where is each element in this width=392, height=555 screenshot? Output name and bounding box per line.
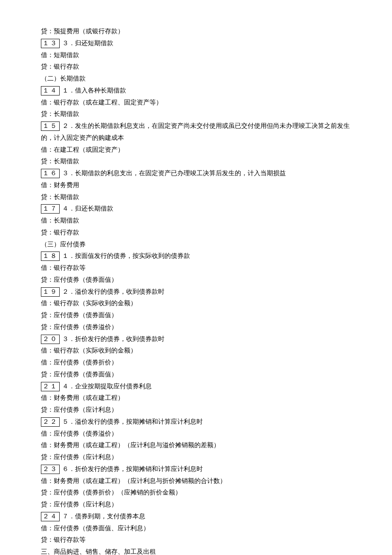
line-text: ４．归还长期借款: [62, 205, 113, 212]
line-text: 贷：应付债券（应计利息）: [41, 454, 118, 460]
line-text: 借：在建工程（或固定资产）: [41, 146, 124, 153]
line-text: ７．债券到期，支付债券本息: [62, 513, 145, 520]
text-line: ２０３．折价发行的债券，收到债券款时: [41, 333, 351, 345]
line-text: 借：长期借款: [41, 217, 79, 224]
text-line: 贷：应付债券（债券面值）: [41, 309, 351, 321]
text-line: 借：银行存款（实际收到的金额）: [41, 345, 351, 357]
line-text: ３．折价发行的债券，收到债券款时: [62, 335, 164, 342]
text-line: 贷：银行存款: [41, 227, 351, 239]
line-text: 贷：应付债券（债券面值）: [41, 371, 118, 378]
line-text: 贷：银行存款: [41, 229, 79, 236]
line-text: 贷：应付债券（债券面值）: [41, 276, 118, 283]
line-text: １．按面值发行的债券，按实际收到的债券款: [62, 252, 190, 259]
text-line: 贷：应付债券（债券溢价）: [41, 321, 351, 333]
document-page: 贷：预提费用（或银行存款）１３３．归还短期借款借：短期借款贷：银行存款（二）长期…: [0, 0, 392, 555]
text-line: ２３６．折价发行的债券，按期摊销和计算应计利息时: [41, 463, 351, 475]
line-text: 借：财务费用（或在建工程）（应计利息与溢价摊销额的差额）: [41, 442, 220, 448]
text-line: １８１．按面值发行的债券，按实际收到的债券款: [41, 250, 351, 262]
line-text: 借：应付债券（债券溢价）: [41, 430, 118, 437]
text-line: １９２．溢价发行的债券，收到债券款时: [41, 286, 351, 298]
text-line: 贷：长期借款: [41, 108, 351, 120]
text-line: 贷：应付债券（债券面值）: [41, 274, 351, 286]
text-line: 贷：长期借款: [41, 156, 351, 168]
text-line: 借：在建工程（或固定资产）: [41, 144, 351, 156]
line-text: 贷：应付债券（应计利息）: [41, 406, 118, 413]
line-text: ３．长期借款的利息支出，在固定资产已办理竣工决算后发生的，计入当期损益: [62, 170, 286, 176]
line-number-box: ２２: [41, 417, 60, 427]
line-text: ３．归还短期借款: [62, 40, 113, 46]
line-text: 借：财务费用: [41, 182, 79, 188]
line-number-box: １６: [41, 169, 60, 178]
line-text: 借：应付债券（债券面值、应计利息）: [41, 525, 150, 532]
text-line: 借：长期借款: [41, 215, 351, 227]
text-line: （二）长期借款: [41, 73, 351, 85]
text-line: 借：财务费用（或在建工程）: [41, 392, 351, 404]
text-line: 借：应付债券（债券折价）: [41, 357, 351, 369]
text-line: １４１．借入各种长期借款: [41, 85, 351, 97]
line-text: 借：财务费用（或在建工程）（应计利息与折价摊销额的合计数）: [41, 477, 226, 484]
line-text: 贷：应付债券（债券面值）: [41, 312, 118, 318]
line-text: ４．企业按期提取应付债券利息: [62, 383, 152, 390]
line-number-box: １３: [41, 39, 60, 48]
text-line: 借：短期借款: [41, 49, 351, 61]
text-line: （三）应付债券: [41, 239, 351, 251]
text-line: 贷：应付债券（债券面值）: [41, 369, 351, 381]
text-line: １５２．发生的长期借款利息支出，在固定资产尚未交付使用或虽已交付使用但尚未办理竣…: [41, 120, 351, 144]
text-line: 贷：应付债券（应计利息）: [41, 451, 351, 463]
line-text: 贷：长期借款: [41, 158, 79, 165]
text-line: 贷：银行存款等: [41, 534, 351, 546]
line-text: 贷：应付债券（债券折价）（应摊销的折价金额）: [41, 489, 182, 496]
line-text: １．借入各种长期借款: [62, 87, 126, 94]
line-text: 借：银行存款（实际收到的金额）: [41, 300, 137, 306]
text-line: １７４．归还长期借款: [41, 203, 351, 215]
text-line: ２１４．企业按期提取应付债券利息: [41, 381, 351, 393]
line-text: 借：银行存款等: [41, 264, 86, 271]
text-line: 借：财务费用（或在建工程）（应计利息与折价摊销额的合计数）: [41, 475, 351, 487]
line-text: 贷：长期借款: [41, 110, 79, 117]
text-line: 贷：银行存款: [41, 61, 351, 73]
text-line: 贷：应付债券（应计利息）: [41, 404, 351, 416]
line-text: 借：财务费用（或在建工程）: [41, 394, 124, 401]
line-text: 三、商品购进、销售、储存、加工及出租: [41, 548, 156, 555]
line-text: 贷：预提费用（或银行存款）: [41, 28, 124, 35]
line-text: 借：短期借款: [41, 52, 79, 58]
line-text: ５．溢价发行的债券，按期摊销和计算应计利息时: [62, 418, 203, 425]
text-line: 借：财务费用: [41, 179, 351, 191]
line-text: 贷：应付债券（应计利息）: [41, 501, 118, 508]
text-line: 贷：应付债券（应计利息）: [41, 499, 351, 511]
text-line: 借：应付债券（债券溢价）: [41, 428, 351, 440]
line-number-box: ２３: [41, 465, 60, 474]
line-text: ６．折价发行的债券，按期摊销和计算应计利息时: [62, 465, 203, 472]
text-line: 贷：应付债券（债券折价）（应摊销的折价金额）: [41, 487, 351, 499]
line-number-box: １９: [41, 287, 60, 297]
line-text: ２．发生的长期借款利息支出，在固定资产尚未交付使用或虽已交付使用但尚未办理竣工决…: [41, 122, 350, 141]
text-line: 借：银行存款（或在建工程、固定资产等）: [41, 97, 351, 109]
line-text: 贷：银行存款: [41, 63, 79, 70]
line-number-box: １４: [41, 86, 60, 95]
line-number-box: １７: [41, 204, 60, 214]
line-number-box: １５: [41, 121, 60, 131]
line-text: 贷：应付债券（债券溢价）: [41, 324, 118, 330]
line-text: （三）应付债券: [41, 241, 86, 248]
text-line: １６３．长期借款的利息支出，在固定资产已办理竣工决算后发生的，计入当期损益: [41, 168, 351, 179]
line-text: 借：应付债券（债券折价）: [41, 359, 118, 366]
text-line: 借：应付债券（债券面值、应计利息）: [41, 523, 351, 535]
text-line: 借：银行存款等: [41, 262, 351, 274]
line-number-box: ２４: [41, 512, 60, 521]
text-line: 贷：长期借款: [41, 191, 351, 203]
line-text: ２．溢价发行的债券，收到债券款时: [62, 288, 164, 295]
line-text: 借：银行存款（或在建工程、固定资产等）: [41, 99, 162, 106]
line-text: 贷：长期借款: [41, 194, 79, 200]
line-number-box: １８: [41, 251, 60, 261]
text-line: １３３．归还短期借款: [41, 38, 351, 49]
text-line: 三、商品购进、销售、储存、加工及出租: [41, 546, 351, 555]
line-number-box: ２１: [41, 382, 60, 391]
text-line: 借：财务费用（或在建工程）（应计利息与溢价摊销额的差额）: [41, 439, 351, 451]
line-text: 贷：银行存款等: [41, 536, 86, 543]
line-number-box: ２０: [41, 335, 60, 344]
text-line: 借：银行存款（实际收到的金额）: [41, 298, 351, 309]
line-text: （二）长期借款: [41, 75, 86, 82]
text-line: 贷：预提费用（或银行存款）: [41, 26, 351, 38]
line-text: 借：银行存款（实际收到的金额）: [41, 347, 137, 354]
text-line: ２４７．债券到期，支付债券本息: [41, 511, 351, 523]
